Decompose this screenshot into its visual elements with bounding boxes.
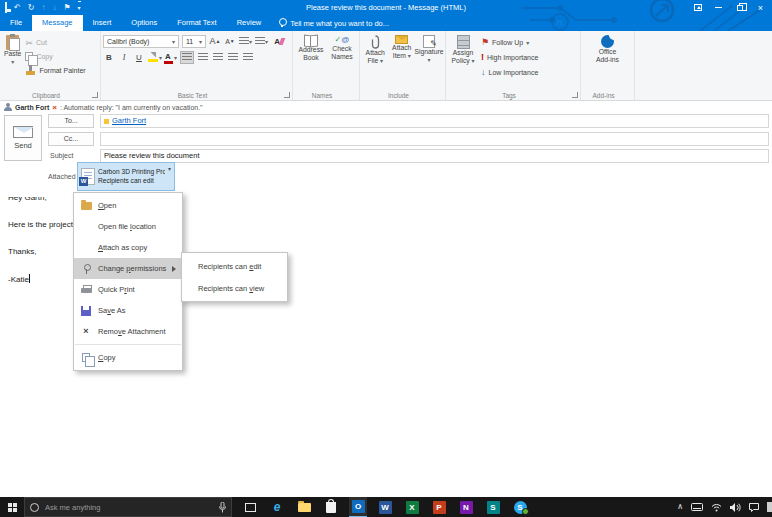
attach-file-button[interactable]: Attach File (362, 34, 389, 90)
tray-chevron-icon[interactable]: ∧ (677, 503, 683, 511)
format-painter-button[interactable]: Format Painter (25, 64, 85, 77)
minimize-button[interactable] (708, 0, 729, 15)
align-left-button[interactable] (180, 51, 194, 64)
tab-review[interactable]: Review (227, 15, 272, 31)
customize-qat-icon[interactable]: ▾ (78, 1, 81, 15)
attach-item-button[interactable]: Attach Item (389, 34, 416, 90)
cortana-search-box[interactable]: Ask me anything (24, 497, 232, 517)
bullets-button[interactable] (239, 35, 252, 48)
start-button[interactable] (0, 497, 24, 517)
check-names-button[interactable]: ✓@ Check Names (327, 34, 357, 90)
presence-away-icon (104, 119, 109, 124)
tab-format-text[interactable]: Format Text (167, 15, 226, 31)
save-icon[interactable] (5, 1, 7, 14)
action-center-icon[interactable] (749, 503, 759, 512)
font-name-combobox[interactable]: Calibri (Body) (103, 35, 179, 48)
redo-icon[interactable]: ↻ (28, 1, 35, 14)
menu-item-open-file-location[interactable]: Open file location (74, 216, 182, 237)
microphone-icon[interactable] (219, 502, 226, 513)
send-button[interactable]: Send (4, 115, 42, 161)
follow-up-button[interactable]: ⚑ Follow Up (481, 36, 538, 49)
previous-item-icon[interactable]: ↑ (41, 1, 45, 14)
group-tags: Assign Policy ⚑ Follow Up ! High Importa… (446, 31, 581, 100)
bold-button[interactable]: B (103, 51, 115, 64)
onenote-button[interactable]: N (457, 497, 475, 517)
tab-options[interactable]: Options (121, 15, 167, 31)
signature-button[interactable]: Signature (415, 34, 443, 90)
outlook-button[interactable]: O (349, 497, 367, 517)
attachment-chip[interactable]: W Carbon 3D Printing Pro... Recipients c… (77, 162, 175, 191)
office-addins-button[interactable]: Office Add-ins (594, 34, 621, 90)
to-button[interactable]: To... (48, 114, 94, 128)
font-size-combobox[interactable]: 11 (182, 35, 206, 48)
restore-button[interactable] (729, 0, 750, 15)
cc-field[interactable] (100, 132, 769, 146)
assign-policy-button[interactable]: Assign Policy (448, 34, 478, 90)
file-explorer-button[interactable] (295, 497, 313, 517)
word-button[interactable]: W (376, 497, 394, 517)
menu-item-save-as[interactable]: Save As (74, 300, 182, 321)
menu-item-change-permissions[interactable]: Change permissions (74, 258, 182, 279)
submenu-item-recipients-can-edit[interactable]: Recipients can edit (182, 255, 287, 277)
attachment-context-menu: Open Open file location Attach as copy C… (73, 192, 183, 371)
numbering-button[interactable] (255, 35, 268, 48)
skype-business-button[interactable]: S (484, 497, 502, 517)
flag-icon[interactable]: ⚑ (63, 1, 70, 14)
menu-item-copy[interactable]: Copy (74, 347, 182, 368)
powerpoint-button[interactable]: P (430, 497, 448, 517)
menu-item-remove-attachment[interactable]: × Remove Attachment (74, 321, 182, 342)
tab-file[interactable]: File (0, 15, 32, 31)
subject-field[interactable]: Please review this document (100, 149, 769, 163)
skype-button[interactable]: S (511, 497, 529, 517)
menu-item-quick-print[interactable]: Quick Print (74, 279, 182, 300)
tell-me-box[interactable]: Tell me what you want to do... (271, 15, 397, 31)
italic-button[interactable]: I (118, 51, 130, 64)
grow-font-button[interactable]: A▲ (209, 35, 221, 48)
menu-item-attach-as-copy[interactable]: Attach as copy (74, 237, 182, 258)
highlight-icon (148, 52, 159, 63)
next-item-icon[interactable]: ↓ (52, 1, 56, 14)
task-view-button[interactable] (241, 497, 259, 517)
dropdown-caret-icon (249, 37, 252, 46)
wifi-icon[interactable] (711, 503, 722, 512)
menu-item-open[interactable]: Open (74, 195, 182, 216)
shrink-font-button[interactable]: A▼ (224, 35, 236, 48)
tags-dialog-launcher[interactable] (572, 92, 578, 98)
edge-button[interactable]: e (268, 497, 286, 517)
attachment-dropdown-icon[interactable]: ▾ (168, 165, 171, 172)
cut-button[interactable]: ✂ Cut (25, 36, 85, 49)
close-button[interactable]: × (750, 0, 771, 15)
underline-button[interactable]: U (133, 51, 145, 64)
tab-insert[interactable]: Insert (83, 15, 122, 31)
undo-icon[interactable]: ↶ (14, 1, 21, 14)
font-color-button[interactable]: A (165, 51, 177, 64)
increase-indent-button[interactable] (242, 51, 254, 64)
dropdown-caret-icon (526, 39, 529, 46)
paste-button[interactable]: Paste (2, 34, 23, 77)
ribbon-display-options-button[interactable] (687, 0, 708, 15)
file-explorer-icon (298, 503, 311, 512)
align-center-button[interactable] (197, 51, 209, 64)
low-importance-button[interactable]: ↓ Low Importance (481, 66, 538, 79)
remove-infobar-icon[interactable]: × (52, 103, 57, 112)
change-permissions-submenu: Recipients can edit Recipients can view (181, 252, 288, 302)
align-right-button[interactable] (212, 51, 224, 64)
tab-message[interactable]: Message (32, 15, 82, 31)
submenu-item-recipients-can-view[interactable]: Recipients can view (182, 277, 287, 299)
recipient-link[interactable]: Garth Fort (112, 115, 146, 127)
high-importance-button[interactable]: ! High Importance (481, 51, 538, 64)
text-highlight-button[interactable] (148, 51, 162, 64)
basic-text-dialog-launcher[interactable] (284, 92, 290, 98)
to-field[interactable]: Garth Fort (100, 114, 769, 128)
address-book-button[interactable]: Address Book (295, 34, 327, 90)
excel-button[interactable]: X (403, 497, 421, 517)
copy-button[interactable]: Copy (25, 50, 85, 63)
clear-formatting-button[interactable]: A (271, 35, 283, 48)
store-button[interactable] (322, 497, 340, 517)
volume-icon[interactable] (730, 503, 741, 512)
group-include: Attach File Attach Item Signature Includ… (360, 31, 446, 100)
clipboard-dialog-launcher[interactable] (92, 92, 98, 98)
cc-button[interactable]: Cc... (48, 132, 94, 146)
decrease-indent-button[interactable] (227, 51, 239, 64)
touch-keyboard-icon[interactable] (691, 503, 703, 511)
